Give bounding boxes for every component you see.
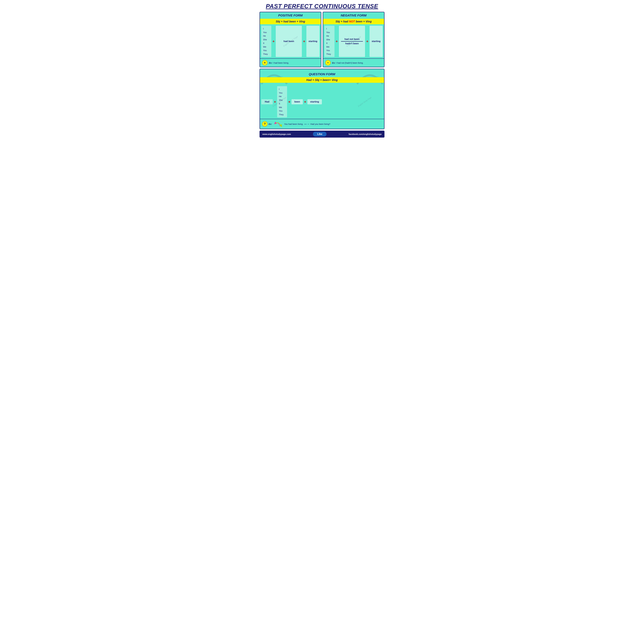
footer-facebook: facebook.com/englishstudypage [349,133,382,135]
question-plus1: + [273,100,277,104]
question-been: been [291,99,303,104]
question-plus3: + [303,100,307,104]
positive-starting: starting [306,26,319,57]
positive-verb: had been [276,26,302,57]
negative-plus1: + [334,26,339,57]
question-example-transform: You had been living. [284,123,303,125]
question-form-box: www.englishstudypage.com www.englishstud… [260,69,384,129]
negative-verb: had not been hadn't been [339,26,365,57]
positive-header: POSITIVE FORM [260,12,321,19]
question-subjects: I You He She It We You They [277,86,287,117]
negative-starting: starting [370,26,383,57]
question-body: English Study Page English Study Page Ha… [260,85,384,119]
negative-verb-top: had not been [344,38,359,41]
main-title: PAST PERFECT CONTINUOUS TENSE [260,1,384,12]
question-header: QUESTION FORM [308,71,336,77]
positive-example-bar: + Ex: I had been living. [260,58,321,67]
negative-form-box: NEGATIVE FORM Sbj + had NOT been + Ving … [323,12,384,67]
question-example-bar: ? Ex: You had been living. - - → Had you… [260,119,384,129]
positive-body: I You He She It We You They + had been +… [260,24,321,58]
footer-like[interactable]: Like [313,132,327,136]
footer-website: www.englishstudypage.com [262,133,291,135]
positive-form-box: POSITIVE FORM Sbj + had been + Ving I Yo… [260,12,321,67]
question-plus2: + [287,100,291,104]
positive-badge: + [262,60,267,65]
question-badge: ? [262,121,267,127]
question-watermark-right: English Study Page [357,96,372,107]
negative-formula: Sbj + had NOT been + Ving [323,19,384,24]
positive-formula: Sbj + had been + Ving [260,19,321,24]
positive-example-text: Ex: I had been living. [269,62,289,64]
question-starting: starting [307,99,322,104]
question-had: Had [261,99,273,104]
positive-subjects: I You He She It We You They [261,26,271,57]
negative-example-text: Ex: I had not (hadn't) been living. [332,62,363,64]
negative-body: I You He She It We You They + had not be… [323,24,384,58]
negative-verb-bottom: hadn't been [345,42,359,45]
question-formula: Had + Sbj + been+ Ving [260,77,384,83]
question-arrow-svg [273,121,283,127]
positive-plus1: + [271,26,276,57]
negative-subjects: I You He She It We You They [325,26,334,57]
footer: www.englishstudypage.com Like facebook.c… [260,131,384,138]
negative-example-bar: − Ex: I had not (hadn't) been living. [323,58,384,67]
negative-header: NEGATIVE FORM [323,12,384,19]
negative-badge: − [325,60,331,65]
question-example-result: Had you been living? [310,123,330,125]
negative-plus2: + [365,26,369,57]
positive-plus2: + [302,26,306,57]
question-dashed-arrow: - - → [304,122,309,126]
question-example-label: Ex: [269,123,272,125]
